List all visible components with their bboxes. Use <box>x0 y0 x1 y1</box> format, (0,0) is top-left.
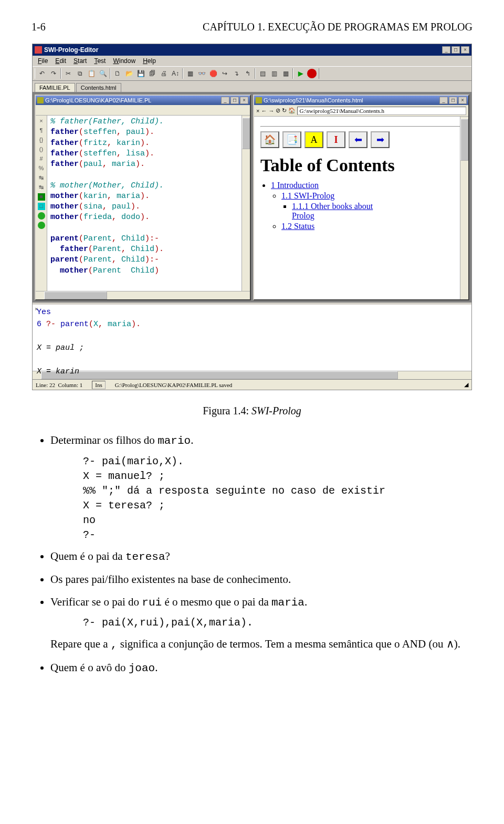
body-text: Determinar os filhos do mario. ?- pai(ma… <box>32 432 472 677</box>
list-item: Verificar se o pai do rui é o mesmo que … <box>50 593 472 654</box>
paste-icon[interactable]: 📋 <box>86 68 97 79</box>
nav-toc-icon[interactable]: 📑 <box>282 131 301 148</box>
menu-edit[interactable]: Edit <box>52 57 69 65</box>
record-icon[interactable] <box>307 68 317 79</box>
close-button[interactable]: × <box>461 46 469 54</box>
spy-icon[interactable]: 👓 <box>196 68 207 79</box>
nav-index-icon[interactable]: A <box>304 131 323 148</box>
page-header: 1-6 CAPÍTULO 1. EXECUÇÃO DE PROGRAMAS EM… <box>32 21 472 33</box>
toc-link[interactable]: 1.1.1 Other books aboutProlog <box>292 202 373 220</box>
menubar: File Edit Start Test Window Help <box>33 56 471 66</box>
browser-min-button[interactable]: _ <box>439 97 448 104</box>
editor-titlebar[interactable]: G:\Prolog\LOESUNG\KAP02\FAMILIE.PL _ □ × <box>36 96 250 105</box>
code-block: ?- pai(mario,X). X = manuel? ; %% ";" dá… <box>83 454 472 543</box>
editor-gutter: ×¶{} ()#% ↹↹ ■ □ <box>36 116 47 291</box>
find-icon[interactable]: 🔍 <box>98 68 108 79</box>
editor-title: G:\Prolog\LOESUNG\KAP02\FAMILIE.PL <box>45 97 151 103</box>
nav-summary-icon[interactable]: I <box>327 131 345 148</box>
redo-icon[interactable]: ↷ <box>48 68 59 79</box>
nav-home-icon[interactable]: 🏠 <box>260 131 279 148</box>
menu-file[interactable]: File <box>35 57 51 65</box>
html-viewport[interactable]: 🏠 📑 A I ⬅ ➡ Table of Contents 1 Introduc… <box>254 117 468 237</box>
code-block: ?- pai(X,rui),pai(X,maria). <box>83 616 472 630</box>
browser-max-button[interactable]: □ <box>449 97 457 104</box>
stop-icon[interactable]: 🛑 <box>208 68 218 79</box>
browser-close-tab-icon[interactable]: × <box>256 108 259 114</box>
step-out-icon[interactable]: ↰ <box>243 68 253 79</box>
window-title: SWI-Prolog-Editor <box>44 46 98 54</box>
code-editor[interactable]: % father(Father, Child). father(steffen,… <box>47 116 250 291</box>
list-item: Quem é o pai da teresa? <box>50 548 472 566</box>
console-hscroll[interactable] <box>33 371 471 379</box>
browser-back-icon[interactable]: ← <box>261 108 267 114</box>
save-all-icon[interactable]: 🗐 <box>147 68 158 79</box>
status-line: Line: 22 Column: 1 <box>36 382 82 388</box>
file-icon <box>37 97 44 103</box>
browser-stop-icon[interactable]: ⊘ <box>276 107 280 114</box>
menu-start[interactable]: Start <box>70 57 90 65</box>
tab-bar: FAMILIE.PL Contents.html <box>33 81 471 92</box>
list-item: Quem é o avô do joao. <box>50 659 472 677</box>
console-close-icon[interactable]: × <box>35 306 38 312</box>
new-icon[interactable]: 🗋 <box>112 68 123 79</box>
resize-grip-icon[interactable]: ◢ <box>464 381 468 388</box>
editor-close-button[interactable]: × <box>240 97 248 104</box>
minimize-button[interactable]: _ <box>442 46 450 54</box>
print-icon[interactable]: 🖨 <box>159 68 169 79</box>
toc-heading: Table of Contents <box>260 155 462 175</box>
menu-test[interactable]: Test <box>91 57 109 65</box>
browser-titlebar[interactable]: G:\swiprolog521\Manual\Contents.html _ □… <box>254 96 468 105</box>
page-number: 1-6 <box>32 21 46 33</box>
run-icon[interactable]: ▶ <box>295 68 306 79</box>
tab-familie[interactable]: FAMILIE.PL <box>35 83 75 92</box>
status-msg: G:\Prolog\LOESUNG\KAP02\FAMILIE.PL saved <box>115 382 455 388</box>
browser-close-button[interactable]: × <box>458 97 467 104</box>
status-ins: Ins <box>92 381 105 389</box>
browser-vscroll[interactable] <box>460 117 468 299</box>
editor-max-button[interactable]: □ <box>230 97 239 104</box>
editor-hscroll[interactable] <box>36 291 250 299</box>
maximize-button[interactable]: □ <box>452 46 460 54</box>
window-titlebar[interactable]: SWI-Prolog-Editor _ □ × <box>33 44 471 56</box>
toc-link[interactable]: 1 Introduction <box>271 181 319 190</box>
menu-help[interactable]: Help <box>140 57 159 65</box>
toc-link[interactable]: 1.2 Status <box>281 222 314 231</box>
editor-dropdown[interactable] <box>36 105 250 116</box>
toolbar: ↶ ↷ ✂ ⧉ 📋 🔍 🗋 📂 💾 🗐 🖨 A↕ ▦ 👓 🛑 <box>33 66 471 81</box>
editor-vscroll[interactable] <box>242 116 250 291</box>
browser-title: G:\swiprolog521\Manual\Contents.html <box>264 97 363 103</box>
nav-next-icon[interactable]: ➡ <box>371 131 390 148</box>
nav-prev-icon[interactable]: ⬅ <box>349 131 368 148</box>
cascade-icon[interactable]: ▦ <box>280 68 291 79</box>
list-item: Determinar os filhos do mario. ?- pai(ma… <box>50 432 472 543</box>
address-bar[interactable]: G:\swiprolog521\Manual\Contents.h <box>297 107 466 115</box>
menu-window[interactable]: Window <box>110 57 139 65</box>
chapter-title: CAPÍTULO 1. EXECUÇÃO DE PROGRAMAS EM PRO… <box>203 21 472 33</box>
toc-link[interactable]: 1.1 SWI-Prolog <box>281 191 334 200</box>
editor-min-button[interactable]: _ <box>221 97 229 104</box>
font-icon[interactable]: A↕ <box>170 68 181 79</box>
html-icon <box>256 97 262 103</box>
prolog-console[interactable]: × Yes 6 ?- parent(X, maria). X = paul ; … <box>33 303 471 371</box>
tab-contents[interactable]: Contents.html <box>76 83 121 92</box>
open-icon[interactable]: 📂 <box>124 68 134 79</box>
tile-v-icon[interactable]: ▥ <box>269 68 279 79</box>
browser-toolbar: × ← → ⊘ ↻ 🏠 G:\swiprolog521\Manual\Conte… <box>254 105 468 117</box>
consult-icon[interactable]: ▦ <box>185 68 195 79</box>
app-icon <box>35 46 42 54</box>
step-icon[interactable]: ↪ <box>219 68 230 79</box>
status-bar: Line: 22 Column: 1 Ins G:\Prolog\LOESUNG… <box>33 379 471 390</box>
undo-icon[interactable]: ↶ <box>37 68 47 79</box>
bug-icon[interactable] <box>38 222 45 229</box>
cut-icon[interactable]: ✂ <box>63 68 74 79</box>
browser-home-icon[interactable]: 🏠 <box>288 107 296 114</box>
copy-icon[interactable]: ⧉ <box>75 68 85 79</box>
figure-caption: Figura 1.4: SWI-Prolog <box>32 405 472 417</box>
swi-prolog-editor-window: SWI-Prolog-Editor _ □ × File Edit Start … <box>32 44 472 390</box>
browser-fwd-icon[interactable]: → <box>268 108 274 114</box>
step-over-icon[interactable]: ↴ <box>231 68 242 79</box>
bug-icon[interactable] <box>38 212 45 220</box>
browser-refresh-icon[interactable]: ↻ <box>282 107 287 114</box>
tile-h-icon[interactable]: ▤ <box>257 68 268 79</box>
save-icon[interactable]: 💾 <box>135 68 146 79</box>
